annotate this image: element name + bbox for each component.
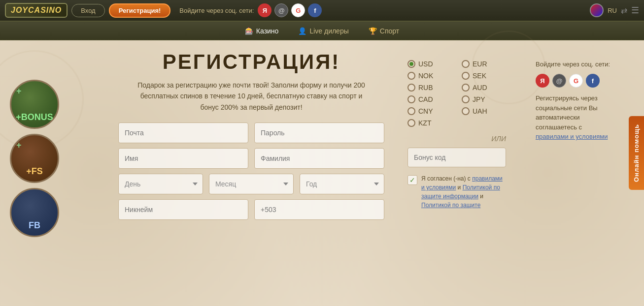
name-input[interactable]	[118, 148, 248, 169]
checkmark-icon: ✓	[409, 176, 415, 184]
agree-and-1: и	[456, 184, 462, 191]
year-select[interactable]: Год	[300, 174, 384, 194]
nav-sport-label: Спорт	[380, 27, 399, 35]
currency-sek[interactable]: SEK	[462, 72, 506, 80]
bonus-circle-3[interactable]: FB	[10, 188, 59, 237]
day-select[interactable]: День	[118, 174, 203, 194]
email-password-row	[118, 122, 384, 143]
registration-subtitle: Подарок за регистрацию уже почти твой! З…	[133, 80, 370, 113]
social-login-text: Войдите через соц. сети:	[179, 7, 254, 14]
sub-navigation: 🎰 Казино 👤 Live дилеры 🏆 Спорт	[0, 22, 644, 40]
nickname-input[interactable]	[118, 199, 248, 220]
currency-grid: USD EUR NOK SEK RUB AUD	[407, 60, 506, 127]
currency-kzt[interactable]: KZT	[407, 119, 452, 127]
radio-rub[interactable]	[407, 84, 415, 92]
social-panel-title: Войдите через соц. сети:	[536, 60, 614, 69]
or-text: ИЛИ	[407, 135, 506, 143]
currency-cad[interactable]: CAD	[407, 95, 452, 103]
agree-prefix: Я согласен (-на) с	[421, 175, 472, 182]
agree-text: Я согласен (-на) с правилами и условиями…	[421, 174, 506, 210]
social-panel-icons: Я @ G f	[536, 74, 614, 88]
mail-icon-top[interactable]: @	[274, 3, 288, 17]
password-input[interactable]	[254, 122, 384, 143]
bonus-circle-1[interactable]: + +BONUS	[10, 80, 59, 129]
bonus-icons-panel: + +BONUS + +FS FB	[10, 80, 59, 237]
flag-icon	[590, 3, 604, 17]
main-content: + +BONUS + +FS FB РЕГИСТРАЦИЯ! Подарок з…	[0, 40, 644, 306]
currency-uah-label: UAH	[473, 107, 487, 115]
currency-jpy[interactable]: JPY	[462, 95, 506, 103]
social-login-panel: Войдите через соц. сети: Я @ G f Регистр…	[536, 60, 614, 146]
login-button[interactable]: Вход	[71, 4, 104, 17]
currency-uah[interactable]: UAH	[462, 107, 506, 115]
currency-rub-label: RUB	[418, 84, 433, 92]
policy-link[interactable]: Политикой по защите	[421, 202, 480, 209]
yandex-icon-panel[interactable]: Я	[536, 74, 549, 88]
currency-usd-label: USD	[418, 60, 433, 68]
fs-plus-icon: +	[16, 140, 22, 151]
bonus-plus-icon: +	[16, 86, 22, 96]
currency-kzt-label: KZT	[418, 119, 431, 127]
radio-kzt[interactable]	[407, 119, 415, 127]
language-label: RU	[608, 7, 617, 14]
radio-eur[interactable]	[462, 60, 470, 68]
radio-usd[interactable]	[407, 60, 415, 68]
radio-sek[interactable]	[462, 72, 470, 80]
currency-nok-label: NOK	[418, 72, 433, 80]
bonus-label-1: +BONUS	[16, 112, 53, 122]
agree-checkbox[interactable]: ✓	[407, 175, 417, 185]
yandex-icon-top[interactable]: Я	[258, 3, 271, 17]
language-selector[interactable]: RU ⇄	[590, 3, 627, 17]
email-input[interactable]	[118, 122, 248, 143]
currency-nok[interactable]: NOK	[407, 72, 452, 80]
nav-casino[interactable]: 🎰 Казино	[245, 27, 279, 35]
google-icon-panel[interactable]: G	[569, 74, 583, 88]
agree-and-2: и	[478, 193, 483, 200]
top-navigation: JOYCASINO Вход Регистрация! Войдите чере…	[0, 0, 644, 22]
currency-panel: USD EUR NOK SEK RUB AUD	[407, 60, 506, 210]
currency-aud-label: AUD	[473, 84, 487, 92]
currency-eur[interactable]: EUR	[462, 60, 506, 68]
radio-aud[interactable]	[462, 84, 470, 92]
nav-live-dealers[interactable]: 👤 Live дилеры	[298, 27, 348, 35]
google-icon-top[interactable]: G	[291, 3, 305, 17]
month-select[interactable]: Месяц	[209, 174, 294, 194]
bonus-label-3: FB	[29, 220, 40, 231]
currency-cny[interactable]: CNY	[407, 107, 452, 115]
phone-input[interactable]	[254, 199, 384, 220]
bonus-code-input[interactable]	[407, 148, 506, 167]
date-row: День Месяц Год	[118, 174, 384, 194]
currency-eur-label: EUR	[473, 60, 487, 68]
radio-cad[interactable]	[407, 95, 415, 103]
radio-jpy[interactable]	[462, 95, 470, 103]
facebook-icon-panel[interactable]: f	[586, 74, 600, 88]
online-help-button[interactable]: Онлайн помощь	[629, 116, 644, 190]
menu-icon[interactable]: ☰	[631, 5, 639, 16]
bonus-circle-2[interactable]: + +FS	[10, 134, 59, 183]
currency-aud[interactable]: AUD	[462, 84, 506, 92]
live-icon: 👤	[298, 27, 306, 35]
nickname-phone-row	[118, 199, 384, 220]
radio-cny[interactable]	[407, 107, 415, 115]
currency-rub[interactable]: RUB	[407, 84, 452, 92]
site-logo[interactable]: JOYCASINO	[5, 3, 68, 18]
name-lastname-row	[118, 148, 384, 169]
casino-icon: 🎰	[245, 27, 253, 35]
registration-form: РЕГИСТРАЦИЯ! Подарок за регистрацию уже …	[118, 40, 384, 306]
lang-arrows-icon[interactable]: ⇄	[621, 6, 627, 15]
sport-icon: 🏆	[369, 27, 377, 35]
bonus-label-2: +FS	[26, 166, 43, 177]
radio-uah[interactable]	[462, 107, 470, 115]
facebook-icon-top[interactable]: f	[308, 3, 322, 17]
currency-usd[interactable]: USD	[407, 60, 452, 68]
nav-casino-label: Казино	[256, 27, 279, 35]
register-button[interactable]: Регистрация!	[109, 3, 171, 18]
currency-cny-label: CNY	[418, 107, 433, 115]
currency-cad-label: CAD	[418, 95, 433, 103]
nav-sport[interactable]: 🏆 Спорт	[369, 27, 399, 35]
lastname-input[interactable]	[254, 148, 384, 169]
radio-nok[interactable]	[407, 72, 415, 80]
social-terms-link[interactable]: правилами и условиями	[536, 133, 608, 140]
nav-live-label: Live дилеры	[309, 27, 348, 35]
mail-icon-panel[interactable]: @	[552, 74, 566, 88]
